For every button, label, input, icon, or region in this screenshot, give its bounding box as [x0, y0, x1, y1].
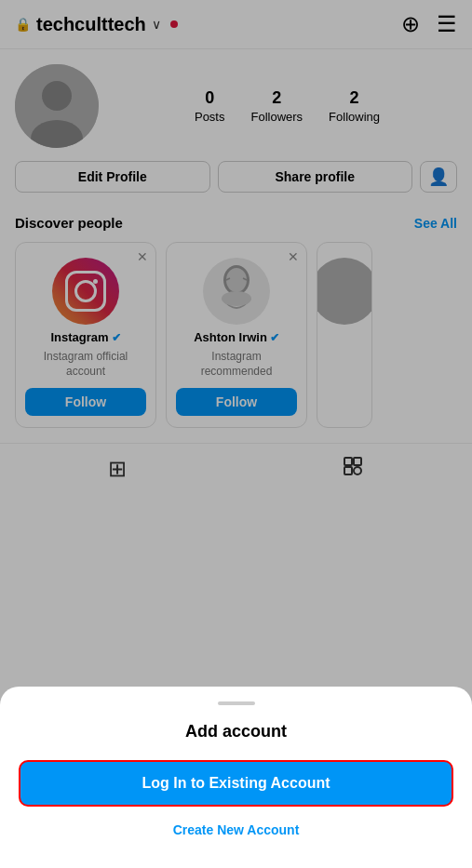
create-new-account-button[interactable]: Create New Account	[19, 822, 453, 837]
login-existing-button[interactable]: Log In to Existing Account	[19, 760, 453, 807]
bottom-sheet: Add account Log In to Existing Account C…	[0, 687, 472, 868]
sheet-handle	[218, 701, 255, 705]
sheet-title: Add account	[19, 722, 453, 741]
